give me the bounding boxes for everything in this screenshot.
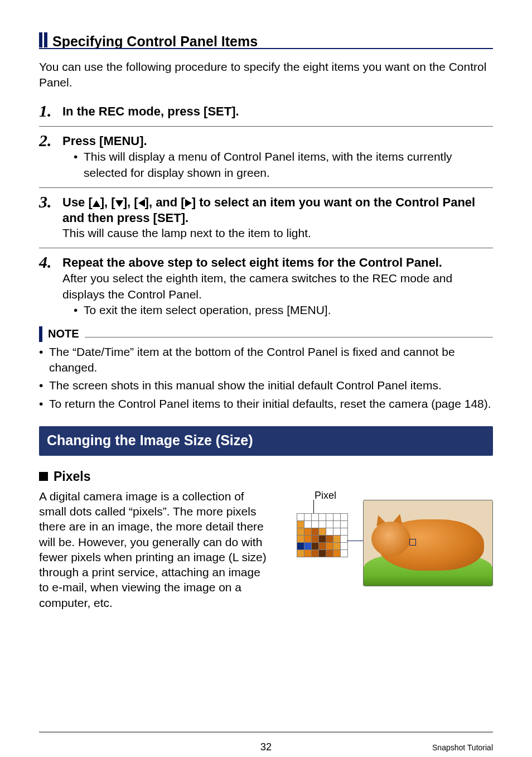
step-4-number: 4. — [39, 254, 62, 271]
pixel-callout-label: Pixel — [315, 489, 336, 502]
step-3-title-pre: Use [ — [62, 195, 93, 209]
step-2-bullet: This will display a menu of Control Pane… — [84, 149, 493, 181]
right-arrow-icon — [185, 199, 192, 207]
step-4-title: Repeat the above step to select eight it… — [62, 254, 442, 271]
step-3: 3. Use [], [], [], and [] to select an i… — [39, 194, 493, 241]
heading-specifying-text: Specifying Control Panel Items — [39, 32, 493, 55]
pixels-paragraph: A digital camera image is a collection o… — [39, 489, 273, 610]
step-4-after: After you select the eighth item, the ca… — [62, 271, 493, 302]
heading-accent-bar — [39, 32, 42, 47]
heading-underline — [39, 48, 493, 49]
note-block: NOTE • The “Date/Time” item at the botto… — [39, 326, 493, 412]
sample-photo-illustration — [363, 500, 493, 586]
footer-rule — [39, 731, 493, 733]
pixel-figure: Pixel — [292, 489, 493, 589]
note-item-2: The screen shots in this manual show the… — [49, 378, 442, 393]
note-item-3: To return the Control Panel items to the… — [49, 396, 491, 412]
down-arrow-icon — [115, 200, 123, 207]
step-3-title: Use [], [], [], and [] to select an item… — [62, 194, 493, 225]
footer-breadcrumb: Snapshot Tutorial — [432, 742, 493, 753]
note-rule — [85, 337, 493, 337]
step-2-number: 2. — [39, 132, 62, 149]
step-1-number: 1. — [39, 103, 62, 119]
step-1-title: In the REC mode, press [SET]. — [62, 103, 239, 119]
heading-accent-bar — [44, 32, 47, 47]
step-3-after: This will cause the lamp next to the ite… — [62, 225, 493, 241]
step-3-number: 3. — [39, 194, 62, 210]
intro-paragraph: You can use the following procedure to s… — [39, 59, 493, 91]
pixel-grid-illustration — [297, 513, 348, 557]
left-arrow-icon — [138, 199, 145, 207]
step-separator — [39, 126, 493, 127]
heading-specifying: Specifying Control Panel Items — [39, 32, 493, 55]
note-accent-bar — [39, 326, 42, 342]
bullet-icon: • — [39, 344, 49, 376]
bullet-icon: • — [74, 149, 84, 181]
step-4-bullet: To exit the item select operation, press… — [84, 302, 331, 318]
step-2: 2. Press [MENU]. • This will display a m… — [39, 132, 493, 181]
zoom-target-box — [409, 539, 416, 546]
step-1: 1. In the REC mode, press [SET]. — [39, 103, 493, 119]
bullet-icon: • — [39, 378, 49, 393]
step-separator — [39, 187, 493, 188]
heading-pixels: Pixels — [39, 468, 493, 485]
bullet-icon: • — [39, 396, 49, 412]
up-arrow-icon — [93, 200, 100, 207]
step-separator — [39, 248, 493, 248]
step-3-title-mid1: ], [ — [100, 195, 115, 209]
heading-pixels-text: Pixels — [54, 468, 91, 485]
bullet-icon: • — [74, 302, 84, 318]
step-2-title: Press [MENU]. — [62, 132, 147, 149]
square-bullet-icon — [39, 472, 48, 481]
photo-cat-head — [371, 522, 410, 556]
note-label: NOTE — [48, 326, 79, 341]
step-3-title-mid2: ], [ — [123, 195, 138, 209]
heading-changing-size: Changing the Image Size (Size) — [39, 426, 493, 456]
note-item-1: The “Date/Time” item at the bottom of th… — [49, 344, 493, 376]
step-4: 4. Repeat the above step to select eight… — [39, 254, 493, 318]
step-3-title-mid3: ], and [ — [145, 195, 185, 209]
